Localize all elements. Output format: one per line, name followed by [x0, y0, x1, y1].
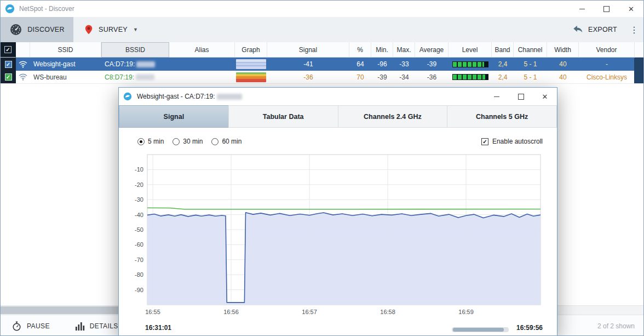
tab-channels-24ghz[interactable]: Channels 2.4 GHz: [338, 105, 448, 128]
column-header-channel[interactable]: Channel: [514, 42, 547, 58]
signal-cell: -41: [267, 58, 349, 71]
radio-30min[interactable]: 30 min: [173, 138, 203, 145]
column-header-min[interactable]: Min.: [371, 42, 393, 58]
pause-button[interactable]: PAUSE: [12, 321, 50, 332]
radio-label: 60 min: [222, 138, 242, 145]
dialog-titlebar: Websight-gast - CA:D7:19: ✕: [119, 88, 557, 105]
autoscroll-checkbox-option[interactable]: ✓ Enable autoscroll: [481, 138, 543, 145]
width-cell: 40: [547, 71, 579, 84]
table-header-row: ✓ SSID BSSID Alias Graph Signal % Min. M…: [1, 42, 644, 58]
table-row-ws-bureau[interactable]: ✓ WS-bureau C8:D7:19: -36 70 -39 -34 -36…: [1, 71, 644, 84]
close-button[interactable]: ✕: [619, 1, 643, 17]
redacted-bssid: [136, 74, 154, 80]
dialog-minimize-button[interactable]: [485, 88, 509, 105]
stopwatch-icon: [12, 321, 22, 332]
chart-scrollbar[interactable]: [452, 327, 509, 332]
svg-text:-20: -20: [135, 181, 143, 188]
shown-count-label: 2 of 2 shown: [597, 322, 643, 330]
dialog-close-button[interactable]: ✕: [533, 88, 557, 105]
row-checkbox[interactable]: ✓: [5, 61, 12, 68]
column-header-level[interactable]: Level: [449, 42, 492, 58]
alias-cell: [169, 71, 235, 84]
details-label: DETAILS: [90, 322, 118, 330]
column-header-max[interactable]: Max.: [393, 42, 415, 58]
discover-label: DISCOVER: [27, 26, 65, 33]
tab-channels-5ghz[interactable]: Channels 5 GHz: [447, 105, 557, 128]
survey-button[interactable]: SURVEY ▼: [73, 17, 147, 42]
networks-table: ✓ SSID BSSID Alias Graph Signal % Min. M…: [1, 42, 644, 84]
chart-scrollbar-thumb[interactable]: [453, 328, 504, 332]
chevron-down-icon: ▼: [133, 27, 138, 32]
radio-5min[interactable]: 5 min: [137, 138, 164, 145]
select-all-cell: ✓: [1, 42, 16, 58]
netspot-window: NetSpot - Discover ✕ DISCOVER SURVEY ▼ E…: [0, 0, 644, 336]
dialog-maximize-button[interactable]: [509, 88, 533, 105]
column-header-average[interactable]: Average: [415, 42, 449, 58]
svg-text:-30: -30: [135, 196, 143, 203]
minimize-button[interactable]: [570, 1, 594, 17]
row-select-cell: ✓: [1, 71, 16, 84]
svg-text:-10: -10: [135, 166, 143, 173]
tab-tabular-data[interactable]: Tabular Data: [228, 105, 338, 128]
column-header-signal[interactable]: Signal: [267, 42, 349, 58]
svg-text:16:59: 16:59: [458, 309, 474, 315]
radio-selected-icon: [137, 138, 145, 145]
table-row-websight-gast[interactable]: ✓ Websight-gast CA:D7:19: -41 64 -96 -33…: [1, 58, 644, 71]
percent-cell: 64: [349, 58, 371, 71]
select-all-checkbox[interactable]: ✓: [4, 46, 12, 53]
export-button[interactable]: EXPORT: [565, 17, 625, 42]
maximize-icon: [603, 6, 610, 12]
level-cell: [449, 58, 492, 71]
svg-text:-40: -40: [135, 212, 143, 218]
pause-label: PAUSE: [27, 322, 50, 330]
chart-range-start: 16:31:01: [145, 324, 171, 332]
vertical-scrollbar-thumb[interactable]: [634, 58, 642, 83]
svg-text:16:55: 16:55: [145, 309, 160, 315]
bars-chart-icon: [75, 321, 85, 331]
column-header-bssid[interactable]: BSSID: [101, 42, 169, 58]
max-cell: -33: [393, 58, 415, 71]
wifi-cell: [16, 58, 30, 71]
gauge-icon: [9, 23, 22, 36]
svg-text:16:57: 16:57: [302, 309, 317, 315]
channel-cell: 5 - 1: [514, 58, 547, 71]
discover-button[interactable]: DISCOVER: [1, 17, 73, 42]
close-icon: ✕: [542, 93, 548, 100]
close-icon: ✕: [628, 5, 634, 13]
chart-range-end: 16:59:56: [516, 324, 543, 332]
details-button[interactable]: DETAILS: [75, 321, 118, 331]
tab-signal[interactable]: Signal: [119, 105, 229, 128]
average-cell: -36: [415, 71, 449, 84]
svg-text:-60: -60: [135, 241, 143, 248]
row-checkbox[interactable]: ✓: [5, 73, 12, 81]
column-header-percent[interactable]: %: [349, 42, 371, 58]
svg-text:-70: -70: [135, 257, 143, 263]
time-range-radio-group: 5 min 30 min 60 min: [137, 138, 242, 145]
column-header-wifi[interactable]: [16, 42, 30, 58]
column-header-band[interactable]: Band: [492, 42, 514, 58]
map-pin-icon: [83, 24, 94, 36]
netspot-logo-icon: [5, 4, 15, 14]
svg-text:-90: -90: [135, 287, 143, 293]
overflow-menu-button[interactable]: ⋮: [625, 17, 643, 42]
column-header-alias[interactable]: Alias: [169, 42, 235, 58]
maximize-button[interactable]: [594, 1, 619, 17]
level-cell: [449, 71, 492, 84]
vendor-cell: -: [579, 58, 635, 71]
signal-chart: -10-20-30-40-50-60-70-80-9016:5516:5616:…: [124, 150, 557, 321]
netspot-logo-icon: [123, 92, 132, 101]
column-header-width[interactable]: Width: [547, 42, 579, 58]
bssid-cell: C8:D7:19:: [101, 71, 169, 84]
radio-label: 30 min: [183, 138, 203, 145]
min-cell: -39: [371, 71, 393, 84]
min-cell: -96: [371, 58, 393, 71]
ssid-cell: Websight-gast: [30, 58, 101, 71]
max-cell: -34: [393, 71, 415, 84]
ssid-cell: WS-bureau: [30, 71, 101, 84]
column-header-ssid[interactable]: SSID: [30, 42, 101, 58]
window-title: NetSpot - Discover: [19, 5, 74, 13]
column-header-graph[interactable]: Graph: [235, 42, 267, 58]
bssid-text: C8:D7:19:: [105, 73, 134, 81]
column-header-vendor[interactable]: Vendor: [579, 42, 635, 58]
radio-60min[interactable]: 60 min: [211, 138, 242, 145]
